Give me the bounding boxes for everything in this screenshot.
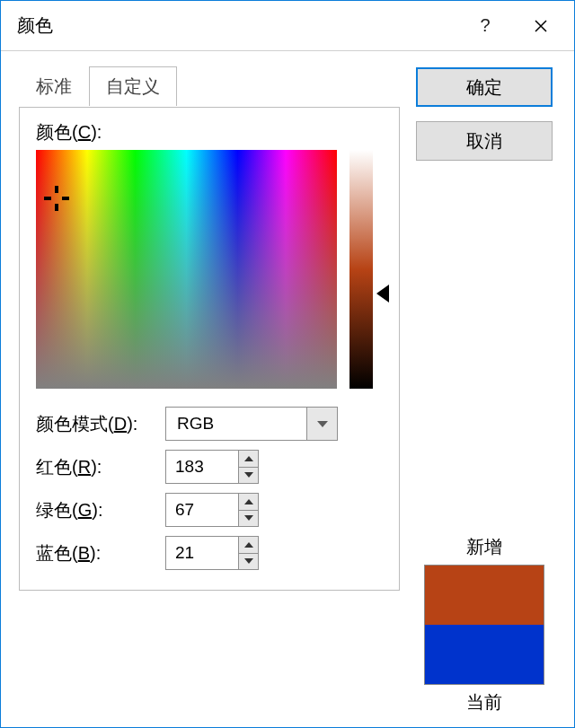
- chevron-down-icon: [244, 558, 253, 564]
- chevron-up-icon: [244, 499, 253, 504]
- ok-button[interactable]: 确定: [416, 67, 553, 107]
- color-model-value: RGB: [166, 414, 306, 434]
- tab-strip: 标准 自定义: [19, 67, 400, 105]
- luminance-strip: [349, 150, 373, 389]
- chevron-up-icon: [244, 456, 253, 461]
- red-label: 红色(R):: [36, 455, 153, 479]
- green-label: 绿色(G):: [36, 498, 153, 522]
- red-up-button[interactable]: [239, 451, 258, 467]
- chevron-down-icon: [244, 472, 253, 478]
- green-down-button[interactable]: [239, 510, 258, 527]
- right-panel: 确定 取消 新增 当前: [412, 67, 556, 718]
- cancel-button[interactable]: 取消: [416, 121, 553, 161]
- color-dialog: 颜色 ? 标准 自定义 颜色(C):: [0, 0, 575, 728]
- blue-label: 蓝色(B):: [36, 541, 153, 566]
- title-bar: 颜色 ?: [1, 1, 574, 51]
- blue-down-button[interactable]: [239, 553, 258, 570]
- custom-tab-pane: 颜色(C):: [19, 107, 400, 591]
- hue-sat-field[interactable]: [36, 150, 337, 389]
- chevron-down-icon: [244, 515, 253, 521]
- new-label: 新增: [466, 535, 502, 559]
- colors-label: 颜色(C):: [36, 120, 383, 145]
- tab-custom[interactable]: 自定义: [89, 66, 177, 106]
- red-row: 红色(R): 183: [36, 450, 383, 484]
- dialog-title: 颜色: [17, 13, 457, 38]
- dropdown-button[interactable]: [306, 408, 337, 440]
- color-model-label: 颜色模式(D):: [36, 412, 153, 436]
- current-label: 当前: [466, 690, 502, 715]
- blue-value[interactable]: 21: [166, 537, 238, 569]
- tab-standard[interactable]: 标准: [19, 66, 89, 106]
- color-model-row: 颜色模式(D): RGB: [36, 407, 383, 441]
- new-color-swatch: [425, 566, 544, 625]
- blue-up-button[interactable]: [239, 537, 258, 553]
- close-button[interactable]: [513, 1, 569, 51]
- close-icon: [534, 19, 548, 33]
- left-panel: 标准 自定义 颜色(C):: [19, 67, 400, 718]
- green-up-button[interactable]: [239, 494, 258, 510]
- blue-spinner[interactable]: 21: [165, 536, 259, 570]
- luminance-slider[interactable]: [349, 150, 380, 389]
- chevron-down-icon: [317, 421, 328, 427]
- current-color-swatch: [425, 625, 544, 684]
- red-down-button[interactable]: [239, 467, 258, 484]
- red-spinner[interactable]: 183: [165, 450, 259, 484]
- color-picker-area: [36, 150, 383, 389]
- help-button[interactable]: ?: [457, 1, 513, 51]
- dialog-body: 标准 自定义 颜色(C):: [1, 51, 574, 727]
- green-value[interactable]: 67: [166, 494, 238, 526]
- green-spinner[interactable]: 67: [165, 493, 259, 527]
- color-model-select[interactable]: RGB: [165, 407, 338, 441]
- green-row: 绿色(G): 67: [36, 493, 383, 527]
- blue-row: 蓝色(B): 21: [36, 536, 383, 570]
- color-preview: [424, 565, 544, 685]
- chevron-up-icon: [244, 542, 253, 548]
- red-value[interactable]: 183: [166, 451, 238, 483]
- luminance-arrow-icon: [376, 285, 389, 303]
